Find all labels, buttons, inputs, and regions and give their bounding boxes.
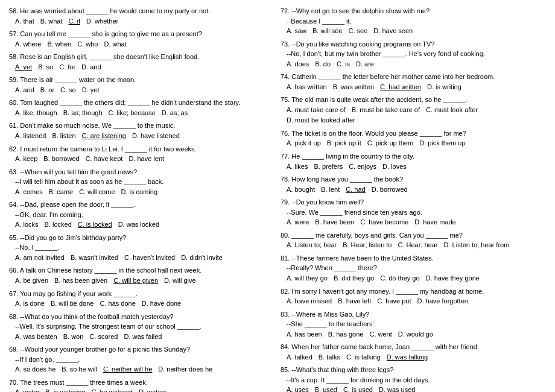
option-item: C. like; because bbox=[109, 108, 156, 119]
question-options: A. andB. orC. soD. yet bbox=[9, 85, 274, 96]
question-item: 85. --What's that thing with three legs?… bbox=[281, 365, 546, 392]
question-item: 74. Catherin ______ the letter before he… bbox=[281, 72, 546, 92]
question-text: 74. Catherin ______ the letter before he… bbox=[281, 72, 546, 82]
option-item: D. pick them up bbox=[419, 138, 465, 149]
option-item: B. locked bbox=[45, 220, 72, 230]
option-item: C. be watered bbox=[91, 387, 132, 392]
option-item: B. have left bbox=[338, 296, 371, 307]
question-text: 62. I must return the camera to Li Lei. … bbox=[9, 144, 274, 154]
option-item: C. who bbox=[77, 39, 98, 50]
question-options: A. whereB. whenC. whoD. what bbox=[9, 39, 274, 50]
option-item: B. lent bbox=[321, 185, 340, 195]
question-item: 66. A talk on Chinese history ______ in … bbox=[9, 265, 274, 286]
question-text: 68. --What do you think of the football … bbox=[9, 312, 274, 322]
question-options: A. thatB. whatC. ifD. whether bbox=[9, 16, 274, 27]
option-item: C. is bbox=[337, 59, 350, 70]
question-text: 56. He was worried about ______ he would… bbox=[9, 6, 274, 16]
option-item: C. enjoys bbox=[349, 162, 376, 172]
option-item: C. see bbox=[349, 26, 368, 37]
option-item: C. will come bbox=[79, 187, 115, 198]
question-text: 57. Can you tell me ______ she is going … bbox=[9, 29, 274, 39]
question-text: 81. --These farmers have been to the Uni… bbox=[281, 253, 546, 264]
option-item: D. borrowed bbox=[372, 185, 408, 195]
question-options: A. sawB. will seeC. seeD. have seen bbox=[281, 26, 546, 37]
option-item: C. for bbox=[59, 62, 75, 73]
question-options: A. usesB. usedC. is usedD. was used bbox=[281, 385, 546, 392]
question-text: 76. The ticket is on the floor. Would yo… bbox=[281, 128, 546, 139]
question-item: 56. He was worried about ______ he would… bbox=[9, 6, 274, 27]
question-options: A. pick it upB. pick up itC. pick up the… bbox=[281, 138, 546, 149]
option-item: D. whether bbox=[86, 16, 118, 27]
option-item: C. pick up them bbox=[367, 138, 413, 149]
question-text: 75. The old man is quite weak after the … bbox=[281, 95, 546, 105]
option-item: A. so does he bbox=[15, 364, 56, 375]
question-options: A. talkedB. talksC. is talkingD. was tal… bbox=[281, 352, 546, 363]
question-options: A. like; thoughB. as; thoughC. like; bec… bbox=[9, 108, 274, 119]
question-item: 73. --Do you like watching cooking progr… bbox=[281, 39, 546, 70]
option-item: A. uses bbox=[287, 385, 309, 392]
option-item: A. and bbox=[15, 85, 34, 96]
option-item: B. talks bbox=[319, 352, 340, 363]
question-text: 59. There is air ______ water on the moo… bbox=[9, 75, 274, 85]
option-item: A. have missed bbox=[287, 296, 332, 307]
left-column: 56. He was worried about ______ he would… bbox=[9, 6, 274, 392]
question-item: 61. Don't make so much noise. We ______ … bbox=[9, 121, 274, 141]
option-item: B. has gone bbox=[328, 329, 364, 340]
option-item: C. have become bbox=[360, 217, 408, 228]
question-item: 83. --Where is Miss Gao, Lily?--She ____… bbox=[281, 309, 546, 340]
option-item: B. so bbox=[38, 62, 53, 73]
question-item: 76. The ticket is on the floor. Would yo… bbox=[281, 128, 546, 149]
question-text: 85. --What's that thing with three legs? bbox=[281, 365, 546, 375]
question-subtext: --I will tell him about it as soon as he… bbox=[9, 177, 274, 187]
option-item: A. be given bbox=[15, 276, 48, 286]
option-item: D. is writing bbox=[427, 82, 461, 93]
option-item: D. have seen bbox=[373, 26, 413, 37]
question-item: 59. There is air ______ water on the moo… bbox=[9, 75, 274, 95]
option-item: D. Listen to; hear from bbox=[444, 240, 510, 251]
question-subtext: --Sure. We ______ friend since ten years… bbox=[281, 207, 546, 218]
question-text: 73. --Do you like watching cooking progr… bbox=[281, 39, 546, 49]
question-subtext: --No, I don't, but my twin brother _____… bbox=[281, 49, 546, 59]
option-item: C. is talking bbox=[346, 352, 381, 363]
question-subtext: --She ______ to the teachers'. bbox=[281, 319, 546, 329]
option-item: D. was used bbox=[379, 385, 416, 392]
option-item: A. am not invited bbox=[15, 253, 65, 264]
option-item: A. Listen to; hear bbox=[287, 240, 337, 251]
option-item: B. must be take care of bbox=[352, 105, 420, 116]
option-item: B. do bbox=[315, 59, 331, 70]
option-item: D. waters bbox=[139, 387, 166, 392]
question-item: 82. I'm sorry I haven't got any money. I… bbox=[281, 286, 546, 307]
question-item: 60. Tom laughed ______ the others did; _… bbox=[9, 98, 274, 118]
option-item: A. where bbox=[15, 39, 41, 50]
option-item: A. that bbox=[15, 16, 34, 27]
question-text: 83. --Where is Miss Gao, Lily? bbox=[281, 309, 546, 320]
option-item: C. do they go bbox=[380, 273, 419, 284]
question-options: A. was beatenB. wonC. scoredD. was faile… bbox=[9, 332, 274, 343]
question-text: 67. You may go fishing if your work ____… bbox=[9, 289, 274, 299]
option-item: B. is watering bbox=[45, 387, 85, 392]
option-item: B. what bbox=[40, 16, 63, 27]
option-item: D. was talking bbox=[387, 352, 428, 363]
option-item: B. pick up it bbox=[327, 138, 361, 149]
option-item: B. when bbox=[47, 39, 71, 50]
question-subtext: --It's a cup. It ______ for drinking in … bbox=[281, 375, 546, 385]
option-item: C. are listening bbox=[82, 131, 126, 142]
option-item: A. saw bbox=[287, 26, 306, 37]
option-item: A. listened bbox=[15, 131, 46, 142]
question-item: 81. --These farmers have been to the Uni… bbox=[281, 253, 546, 284]
option-item: C. had written bbox=[380, 82, 421, 93]
question-text: 60. Tom laughed ______ the others did; _… bbox=[9, 98, 274, 108]
option-item: D. are bbox=[356, 59, 374, 70]
option-item: A. locks bbox=[15, 220, 39, 230]
option-item: C. had bbox=[346, 185, 365, 195]
option-item: A. bought bbox=[287, 185, 315, 195]
question-options: A. will they goB. did they goC. do they … bbox=[281, 273, 546, 284]
option-item: A. comes bbox=[15, 187, 43, 198]
question-subtext: --Really? When ______ there? bbox=[281, 263, 546, 273]
option-item: A. like; though bbox=[15, 108, 57, 119]
question-text: 64. --Dad, please open the door, it ____… bbox=[9, 200, 274, 210]
option-item: A. was beaten bbox=[15, 332, 57, 343]
option-item: D. neither does he bbox=[158, 364, 212, 375]
option-item: C. if bbox=[68, 16, 80, 27]
question-options: A. has beenB. has goneC. wentD. would go bbox=[281, 329, 546, 340]
